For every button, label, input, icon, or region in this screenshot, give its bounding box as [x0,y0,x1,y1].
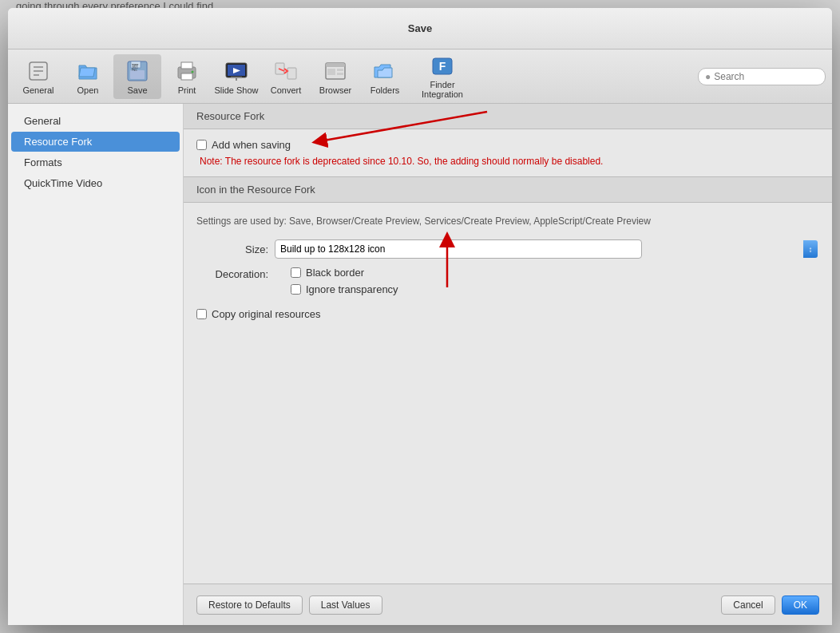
bottom-bar-left: Restore to Defaults Last Values [196,595,382,615]
toolbar-print-label: Print [178,85,196,95]
open-icon [75,58,101,84]
select-arrow-icon: ↕ [803,240,818,258]
svg-rect-23 [326,63,345,67]
size-select[interactable]: Build up to 128x128 icon Build up to 256… [275,239,642,259]
ok-button[interactable]: OK [782,595,819,615]
ignore-transparency-checkbox[interactable] [291,284,301,295]
size-select-wrapper: Build up to 128x128 icon Build up to 256… [275,239,819,259]
finder-icon: F [430,54,455,78]
resource-fork-section-body: Add when saving Note: The resource fork … [184,129,832,177]
print-icon [174,58,200,84]
sidebar-item-quicktime[interactable]: QuickTime Video [11,173,180,193]
toolbar-save-label: Save [127,85,147,95]
add-when-saving-row: Add when saving [196,139,819,151]
search-icon: ● [705,71,711,82]
toolbar-item-slideshow[interactable]: Slide Show [212,54,260,99]
toolbar-open-label: Open [77,85,99,95]
svg-rect-6 [130,70,145,79]
svg-rect-26 [337,73,343,75]
svg-rect-25 [337,69,343,71]
svg-rect-20 [287,68,296,79]
copy-original-row: Copy original resources [196,308,819,320]
toolbar-browser-label: Browser [319,85,351,95]
modal-window: Save General Open [8,8,832,625]
toolbar-item-folders[interactable]: Folders [361,54,409,99]
svg-rect-18 [236,78,237,81]
add-when-saving-checkbox[interactable] [196,140,207,150]
toolbar-item-browser[interactable]: Browser [311,54,359,99]
sidebar-item-formats[interactable]: Formats [11,152,180,172]
cancel-button[interactable]: Cancel [721,595,775,615]
black-border-label[interactable]: Black border [306,267,364,279]
folders-icon [372,58,398,84]
size-label: Size: [196,243,268,255]
last-values-button[interactable]: Last Values [309,595,382,615]
general-icon [26,58,51,84]
content-panel: Resource Fork Add when saving Note: The … [184,104,832,625]
sidebar: General Resource Fork Formats QuickTime … [8,104,184,625]
resource-fork-section-header: Resource Fork [184,104,832,129]
black-border-checkbox[interactable] [291,267,301,278]
copy-original-label[interactable]: Copy original resources [212,308,321,320]
convert-icon [273,58,299,84]
black-border-row: Black border [291,267,398,279]
main-content: General Resource Fork Formats QuickTime … [8,104,832,625]
svg-rect-17 [231,77,242,78]
decoration-row: Decoration: Black border Ignore transpar… [196,267,819,300]
copy-original-checkbox[interactable] [196,309,207,319]
search-box[interactable]: ● [698,68,826,85]
bottom-bar-right: Cancel OK [721,595,819,615]
size-row: Size: Build up to 128x128 icon Build up … [196,239,819,259]
browser-icon [323,58,348,84]
icon-section-header: Icon in the Resource Fork [184,177,832,203]
decoration-label: Decoration: [196,267,268,280]
toolbar-finder-label: Finder Integration [412,80,473,99]
toolbar-folders-label: Folders [370,85,400,95]
toolbar-item-open[interactable]: Open [64,54,112,99]
icon-section-body: Settings are used by: Save, Browser/Crea… [184,203,832,584]
window-title: Save [408,22,432,34]
ignore-transparency-label[interactable]: Ignore transparency [306,283,398,295]
deprecated-note: Note: The resource fork is deprecated si… [196,156,819,167]
search-input[interactable] [714,71,818,82]
toolbar: General Open TIFF JPEG PNG [8,49,832,104]
toolbar-item-general[interactable]: General [14,54,62,99]
bottom-bar: Restore to Defaults Last Values Cancel O… [184,584,832,625]
toolbar-item-convert[interactable]: Convert [262,54,310,99]
ignore-transparency-row: Ignore transparency [291,283,398,295]
settings-info: Settings are used by: Save, Browser/Crea… [196,216,819,227]
toolbar-slideshow-label: Slide Show [214,85,258,95]
restore-defaults-button[interactable]: Restore to Defaults [196,595,303,615]
svg-point-13 [192,70,194,73]
svg-rect-11 [181,62,192,69]
sidebar-item-general[interactable]: General [11,111,180,131]
sidebar-item-resource-fork[interactable]: Resource Fork [11,132,180,152]
toolbar-item-save[interactable]: TIFF JPEG PNG Save [113,54,161,99]
svg-rect-24 [327,69,335,75]
svg-text:F: F [439,60,446,73]
toolbar-convert-label: Convert [271,85,302,95]
slideshow-icon [224,58,249,84]
toolbar-general-label: General [22,85,53,95]
toolbar-item-finder[interactable]: F Finder Integration [410,54,474,99]
save-icon: TIFF JPEG PNG [125,58,150,84]
add-when-saving-label[interactable]: Add when saving [212,139,291,151]
toolbar-item-print[interactable]: Print [163,54,211,99]
svg-text:PNG: PNG [132,68,137,71]
svg-rect-12 [181,73,192,80]
titlebar: Save [8,8,832,49]
decoration-options: Black border Ignore transparency [275,267,398,300]
